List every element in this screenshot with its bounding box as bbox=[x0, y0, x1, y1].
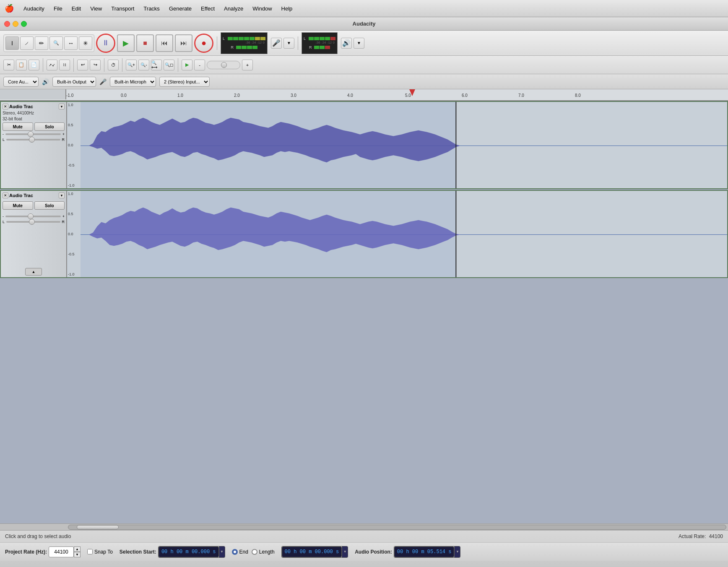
speed-plus[interactable]: + bbox=[242, 60, 253, 70]
audio-position-display[interactable]: 00 h 00 m 05.514 s bbox=[394, 546, 455, 557]
cut-button[interactable]: ✂ bbox=[3, 60, 14, 70]
rate-up-button[interactable]: ▲ bbox=[74, 546, 81, 552]
track-1-pan-l: L bbox=[3, 138, 5, 142]
input-volume-dropdown[interactable]: ▼ bbox=[283, 38, 294, 49]
end-radio-button[interactable] bbox=[232, 549, 238, 555]
fast-forward-button[interactable]: ⏭ bbox=[175, 34, 192, 52]
speaker-icon[interactable]: 🔊 bbox=[341, 38, 352, 49]
track-2-pan-slider[interactable] bbox=[6, 221, 60, 223]
redo-button[interactable]: ↪ bbox=[90, 60, 101, 70]
track-1-solo-button[interactable]: Solo bbox=[34, 122, 65, 131]
speed-slider[interactable] bbox=[207, 61, 240, 69]
track-2-gain-slider[interactable] bbox=[5, 216, 61, 217]
menu-audacity[interactable]: Audacity bbox=[19, 4, 49, 13]
input-device-select[interactable]: Built-in Microph bbox=[110, 77, 156, 87]
tracks-area: ✕ Audio Trac ▼ Stereo, 44100Hz 32-bit fl… bbox=[0, 101, 728, 530]
track-2-pan-thumb[interactable] bbox=[29, 219, 35, 225]
track-1-mute-button[interactable]: Mute bbox=[3, 122, 33, 131]
end-time-dropdown[interactable]: ▼ bbox=[342, 546, 348, 557]
selection-start-display[interactable]: 00 h 00 m 00.000 s bbox=[159, 546, 219, 557]
menu-window[interactable]: Window bbox=[248, 4, 276, 13]
copy-button[interactable]: 📋 bbox=[16, 60, 27, 70]
speed-slider-thumb[interactable] bbox=[221, 62, 227, 68]
select-tool-button[interactable]: I bbox=[5, 36, 19, 50]
track-1-gain-slider[interactable] bbox=[5, 133, 61, 135]
audio-position-dropdown[interactable]: ▼ bbox=[454, 546, 460, 557]
rate-down-button[interactable]: ▼ bbox=[74, 552, 81, 557]
track-2-waveform[interactable]: 1.0 0.5 0.0 -0.5 -1.0 bbox=[67, 191, 727, 277]
apple-menu[interactable]: 🍎 bbox=[3, 3, 15, 14]
track-2-collapse-button[interactable]: ▲ bbox=[25, 268, 42, 276]
ruler-ticks-area[interactable]: -1.0 0.0 1.0 2.0 3.0 4.0 5.0 6.0 7.0 8.0 bbox=[66, 89, 728, 99]
menu-file[interactable]: File bbox=[49, 4, 67, 13]
track-2-close[interactable]: ✕ bbox=[3, 192, 8, 198]
sync-button[interactable]: ⏱ bbox=[108, 60, 119, 70]
track-1-close[interactable]: ✕ bbox=[3, 104, 8, 109]
track-1-gain-thumb[interactable] bbox=[28, 131, 34, 137]
input-vu-meter[interactable]: L -36 -24 -12 0 R bbox=[221, 32, 268, 54]
zoom-fit-button[interactable]: 🔍⟷ bbox=[151, 60, 162, 70]
zoom-out-button[interactable]: 🔍- bbox=[138, 60, 149, 70]
edit-divider-5 bbox=[178, 58, 178, 72]
multi-tool-button[interactable]: ✳ bbox=[79, 36, 92, 50]
menu-transport[interactable]: Transport bbox=[107, 4, 138, 13]
menu-edit[interactable]: Edit bbox=[68, 4, 85, 13]
minimize-button[interactable] bbox=[13, 21, 18, 27]
track-1-dropdown[interactable]: ▼ bbox=[59, 104, 65, 109]
output-device-select[interactable]: Built-in Output bbox=[52, 77, 96, 87]
output-vu-meter[interactable]: L -36 -24 -12 0 R bbox=[302, 32, 338, 54]
track-1-waveform[interactable]: 1.0 0.5 0.0 -0.5 -1.0 bbox=[67, 102, 727, 188]
scrollbar-track[interactable] bbox=[68, 525, 726, 530]
track-1-format: Stereo, 44100Hz bbox=[3, 111, 65, 115]
track-1-pan-thumb[interactable] bbox=[29, 137, 35, 143]
record-button[interactable]: ● bbox=[194, 34, 213, 53]
track-2-mute-button[interactable]: Mute bbox=[3, 201, 33, 210]
selection-start-dropdown[interactable]: ▼ bbox=[219, 546, 225, 557]
paste-button[interactable]: 📄 bbox=[29, 60, 39, 70]
track-2-dropdown[interactable]: ▼ bbox=[59, 192, 65, 198]
project-rate-input[interactable] bbox=[49, 546, 74, 557]
track-2-solo-button[interactable]: Solo bbox=[34, 201, 65, 210]
audio-host-select[interactable]: Core Au... bbox=[3, 77, 39, 87]
length-radio-button[interactable] bbox=[252, 549, 257, 555]
play-button[interactable]: ▶ bbox=[117, 34, 135, 52]
length-radio-option[interactable]: Length bbox=[252, 549, 275, 555]
draw-tool-button[interactable]: ✏ bbox=[35, 36, 48, 50]
mic-icon[interactable]: 🎤 bbox=[271, 38, 282, 49]
selection-start-field: Selection Start: 00 h 00 m 00.000 s ▼ bbox=[120, 546, 225, 558]
close-button[interactable] bbox=[4, 21, 10, 27]
end-radio-option[interactable]: End bbox=[232, 549, 248, 555]
menu-view[interactable]: View bbox=[86, 4, 106, 13]
click-drag-tip: Click and drag to select audio bbox=[5, 533, 71, 539]
silence-button[interactable]: ⌇⌇ bbox=[59, 60, 70, 70]
stop-button[interactable]: ■ bbox=[136, 34, 154, 52]
maximize-button[interactable] bbox=[21, 21, 27, 27]
rewind-button[interactable]: ⏮ bbox=[156, 34, 173, 52]
horizontal-scrollbar[interactable] bbox=[0, 523, 728, 530]
zoom-tool-button[interactable]: 🔍 bbox=[49, 36, 63, 50]
track-1-pan-slider[interactable] bbox=[6, 139, 60, 140]
zoom-in-button[interactable]: 🔍+ bbox=[126, 60, 137, 70]
track-2-gain-thumb[interactable] bbox=[28, 213, 34, 219]
menu-effect[interactable]: Effect bbox=[197, 4, 219, 13]
scrollbar-thumb[interactable] bbox=[77, 525, 119, 529]
ruler-tick-1: 1.0 bbox=[177, 93, 183, 98]
rate-stepper[interactable]: ▲ ▼ bbox=[74, 546, 81, 557]
menu-analyze[interactable]: Analyze bbox=[220, 4, 247, 13]
zoom-selection-button[interactable]: 🔍◻ bbox=[164, 60, 174, 70]
menu-tracks[interactable]: Tracks bbox=[139, 4, 164, 13]
play-at-speed-button[interactable]: ▶ bbox=[182, 60, 192, 70]
speed-minus[interactable]: - bbox=[194, 60, 205, 70]
menu-help[interactable]: Help bbox=[277, 4, 297, 13]
pause-button[interactable]: ⏸ bbox=[96, 34, 115, 53]
channels-select[interactable]: 2 (Stereo) Input... bbox=[159, 77, 210, 87]
trim-button[interactable]: ↗↙ bbox=[47, 60, 57, 70]
menu-generate[interactable]: Generate bbox=[165, 4, 196, 13]
toolbar-divider-2 bbox=[298, 36, 298, 50]
end-time-display[interactable]: 00 h 00 m 00.000 s bbox=[282, 546, 342, 557]
envelope-tool-button[interactable]: ⟋ bbox=[20, 36, 34, 50]
undo-button[interactable]: ↩ bbox=[77, 60, 88, 70]
output-volume-dropdown[interactable]: ▼ bbox=[354, 38, 364, 49]
timeshift-tool-button[interactable]: ↔ bbox=[64, 36, 78, 50]
snap-to-checkbox[interactable] bbox=[87, 549, 93, 554]
